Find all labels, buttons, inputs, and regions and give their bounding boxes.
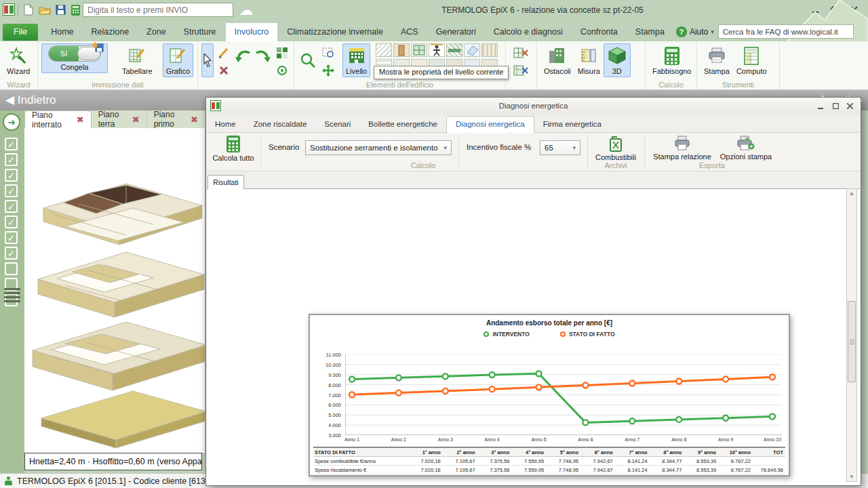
dialog-titlebar[interactable]: Diagnosi energetica [206,98,861,115]
chart-table-header: 8° anno [650,448,684,457]
ribbon-tab-zone[interactable]: Zone [138,23,175,41]
restore-button[interactable] [826,4,844,16]
chart-table-header: 10° anno [718,448,753,457]
scroll-up-icon[interactable]: ▲ [848,189,856,198]
scroll-down-icon[interactable]: ▼ [848,472,856,481]
ostacoli-button[interactable]: Ostacoli [540,43,574,77]
ribbon-tab-strutture[interactable]: Strutture [175,23,225,41]
window-obstacle-button[interactable] [511,45,531,60]
scrollbar-thumb[interactable] [848,301,856,382]
save-icon[interactable] [54,3,67,16]
floor-tab-piano-interrato[interactable]: Piano interrato✖ [24,110,92,128]
checkbox-checked[interactable]: ✓ [5,200,18,213]
ribbon-tab-relazione[interactable]: Relazione [83,23,138,41]
wizard-button[interactable]: Wizard [3,43,33,77]
dialog-tab-firma-energetica[interactable]: Firma energetica [534,117,610,132]
3d-view-button[interactable]: 3D [604,43,631,77]
ribbon-tab-confronta[interactable]: Confronta [572,23,627,41]
incentivo-select[interactable]: 65 ▾ [540,140,580,155]
grid-view-button[interactable] [273,45,291,60]
delete-button[interactable] [215,62,233,78]
open-folder-icon[interactable] [38,3,51,16]
building-level-icon [347,45,367,66]
next-step-icon[interactable]: ➜ [3,113,20,131]
calcola-tutto-button[interactable]: Calcola tutto [212,136,255,162]
building-3d-view[interactable] [24,128,205,453]
checkbox-checked[interactable]: ✓ [5,153,18,166]
floor-tab-piano-primo[interactable]: Piano primo✖ [147,110,205,128]
redo-button[interactable] [253,46,272,66]
dialog-scrollbar[interactable]: ▲ ▼ [846,188,857,482]
ribbon-tab-acs[interactable]: ACS [392,23,427,41]
minimize-button[interactable] [807,4,825,16]
fabbisogno-button[interactable]: Fabbisogno [649,43,695,77]
floor-tab-piano-terra[interactable]: Piano terra✖ [92,110,147,128]
edit-pencil-button[interactable] [215,45,233,60]
checkbox-unchecked[interactable] [5,262,18,275]
help-menu[interactable]: ? Aiuto ▾ [676,26,714,41]
person-icon[interactable] [429,43,445,57]
ribbon-tab-climatizzazione-invernale[interactable]: Climatizzazione invernale [278,23,392,41]
combustibili-button[interactable]: Combustibili [593,136,639,161]
checkbox-checked[interactable]: ✓ [5,169,18,182]
dialog-tab-home[interactable]: Home [206,117,245,132]
window-icon[interactable] [411,43,427,57]
dialog-tab-zone-riscaldate[interactable]: Zone riscaldate [245,117,316,132]
dialog-tab-diagnosi-energetica[interactable]: Diagnosi energetica [446,116,534,133]
dialog-tab-scenari[interactable]: Scenari [315,117,359,132]
ribbon-tab-file[interactable]: File [3,24,38,41]
checkbox-checked[interactable]: ✓ [5,247,18,260]
layers-menu-icon[interactable] [4,288,20,302]
ribbon-tab-stampa[interactable]: Stampa [627,23,673,41]
stampa-button[interactable]: Stampa [701,43,733,77]
legend-item: INTERVENTO [484,331,529,338]
congela-toggle[interactable]: SI Congela [41,43,108,73]
door-icon[interactable] [393,43,410,57]
grafico-button[interactable]: Grafico [163,43,193,77]
ribbon-tab-calcolo-e-diagnosi[interactable]: Calcolo e diagnosi [485,23,572,41]
stampa-relazione-button[interactable]: Stampa relazione [651,136,713,161]
faq-search-input[interactable] [718,24,854,39]
dialog-minimize-button[interactable] [813,101,828,111]
ribbon-tab-generatori[interactable]: Generatori [427,23,485,41]
misura-button[interactable]: Misura [574,43,604,77]
select-cursor-button[interactable] [201,43,214,77]
close-icon[interactable]: ✖ [77,115,84,125]
tab-risultati[interactable]: Risultati [208,175,244,189]
scenario-select[interactable]: Sostituzione serramenti e isolamento ▾ [305,140,452,155]
fuel-can-icon [609,136,623,152]
livello-button[interactable]: Livello [342,43,370,77]
zoom-button[interactable] [298,43,318,77]
calculator-icon [662,45,682,66]
zoom-window-button[interactable] [319,45,337,60]
pan-button[interactable] [319,62,337,78]
beam-icon[interactable] [446,43,462,57]
undo-button[interactable] [234,46,253,66]
close-icon[interactable]: ✖ [191,115,198,125]
checkbox-checked[interactable]: ✓ [5,231,18,244]
dialog-close-button[interactable] [842,101,857,111]
chart-table-header: 3° anno [477,448,512,457]
chart-table-cell: 8.553,39 [684,466,718,474]
tabellare-button[interactable]: Tabellare [119,43,156,77]
close-icon[interactable]: ✖ [132,115,140,125]
target-button[interactable] [273,62,291,78]
dialog-tab-bollette-energetiche[interactable]: Bollette energetiche [359,117,446,132]
calculator-icon[interactable] [69,3,82,16]
x-tick-label: Anno 8 [671,437,686,442]
quick-search-input[interactable] [83,3,233,17]
ribbon-tab-home[interactable]: Home [42,23,82,41]
new-document-icon[interactable] [22,3,35,16]
checkbox-checked[interactable]: ✓ [5,138,18,150]
checkbox-checked[interactable]: ✓ [5,216,18,228]
computo-button[interactable]: Computo [733,43,770,77]
ribbon-tab-involucro[interactable]: Involucro [225,22,279,41]
opzioni-stampa-button[interactable]: Opzioni stampa [716,136,776,161]
glass-roof-icon[interactable] [464,43,480,57]
checkbox-checked[interactable]: ✓ [5,184,18,197]
insulated-wall-icon[interactable] [481,43,498,57]
dialog-maximize-button[interactable] [828,101,843,111]
map-obstacle-button[interactable] [511,62,531,78]
close-button[interactable] [845,4,863,16]
wall-icon[interactable] [376,43,392,57]
